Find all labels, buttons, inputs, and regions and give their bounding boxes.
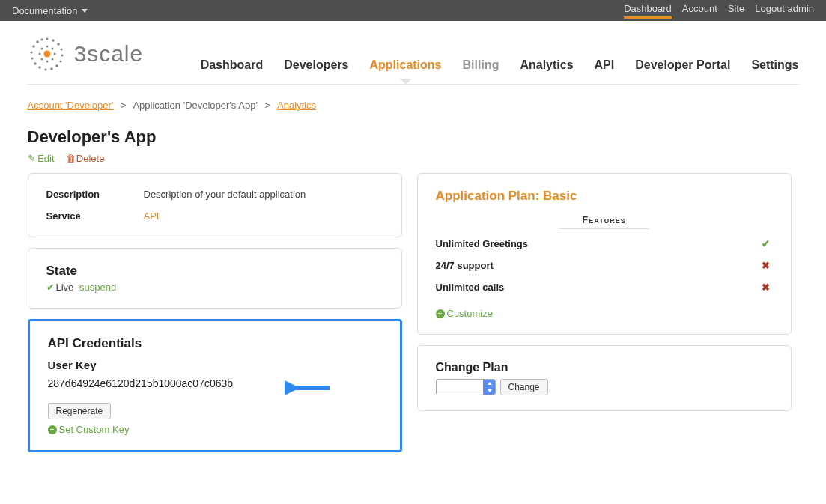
plan-title: Application Plan: Basic <box>436 189 773 204</box>
topbar-link-logout[interactable]: Logout admin <box>755 3 814 19</box>
logo-icon <box>28 34 67 73</box>
crumb-analytics[interactable]: Analytics <box>277 100 316 111</box>
feature-label: 24/7 support <box>436 260 494 271</box>
cross-icon: ✖ <box>762 282 770 293</box>
svg-point-22 <box>38 53 40 55</box>
credentials-panel: API Credentials User Key 287d64924e6120d… <box>28 319 402 452</box>
page-actions: ✎ Edit 🗑 Delete <box>28 153 799 164</box>
logo-text: 3scale <box>74 41 144 67</box>
nav-settings[interactable]: Settings <box>751 58 798 84</box>
suspend-link[interactable]: suspend <box>79 282 116 293</box>
svg-point-13 <box>32 45 35 48</box>
svg-point-7 <box>50 67 53 70</box>
customize-link[interactable]: + Customize <box>436 308 493 319</box>
regenerate-button[interactable]: Regenerate <box>48 403 112 419</box>
plus-circle-icon: + <box>48 425 57 434</box>
breadcrumb: Account 'Developer' > Application 'Devel… <box>28 100 799 111</box>
svg-point-3 <box>60 48 62 50</box>
nav-devportal[interactable]: Developer Portal <box>635 58 730 84</box>
feature-label: Unlimited Greetings <box>436 238 529 249</box>
svg-point-17 <box>51 48 53 50</box>
state-panel: State ✔Live suspend <box>28 248 402 309</box>
userkey-heading: User Key <box>48 359 382 371</box>
svg-point-9 <box>38 66 41 69</box>
nav-developers[interactable]: Developers <box>284 58 348 84</box>
desc-value: Description of your default application <box>144 189 306 200</box>
set-custom-key-link[interactable]: + Set Custom Key <box>48 424 130 435</box>
service-label: Service <box>46 210 144 222</box>
nav-dashboard[interactable]: Dashboard <box>201 58 264 84</box>
svg-point-12 <box>30 51 32 53</box>
svg-point-4 <box>61 54 63 56</box>
feature-row: Unlimited calls ✖ <box>436 282 773 293</box>
annotation-arrow-icon <box>285 377 337 399</box>
nav-billing[interactable]: Billing <box>463 58 499 84</box>
feature-row: Unlimited Greetings ✔ <box>436 238 773 249</box>
topbar-right: Dashboard Account Site Logout admin <box>624 3 814 19</box>
plan-select[interactable] <box>436 379 496 395</box>
state-status: Live <box>56 282 74 293</box>
svg-point-5 <box>59 60 61 62</box>
topbar-link-account[interactable]: Account <box>682 3 717 19</box>
brand-logo[interactable]: 3scale <box>28 34 144 84</box>
page-title: Developer's App <box>28 127 799 147</box>
crumb-account[interactable]: Account 'Developer' <box>28 100 114 111</box>
caret-down-icon <box>82 9 88 13</box>
svg-point-16 <box>46 46 48 48</box>
svg-point-8 <box>44 68 46 70</box>
svg-point-2 <box>57 43 60 46</box>
svg-point-6 <box>55 64 58 67</box>
change-plan-heading: Change Plan <box>436 361 773 374</box>
edit-link[interactable]: ✎ Edit <box>28 153 55 164</box>
crumb-app: Application 'Developer's App' <box>133 100 257 111</box>
check-icon: ✔ <box>46 282 55 293</box>
pencil-icon: ✎ <box>28 153 35 164</box>
nav-api[interactable]: API <box>595 58 615 84</box>
info-panel: Description Description of your default … <box>28 173 402 237</box>
trash-icon: 🗑 <box>66 153 73 164</box>
svg-point-15 <box>40 38 43 40</box>
svg-point-14 <box>36 40 39 43</box>
features-heading: Features <box>559 214 649 229</box>
svg-point-21 <box>40 58 43 61</box>
svg-point-1 <box>52 39 55 42</box>
nav-analytics[interactable]: Analytics <box>520 58 573 84</box>
check-icon: ✔ <box>762 238 770 249</box>
svg-point-10 <box>34 62 37 65</box>
svg-point-18 <box>53 53 55 55</box>
docs-label: Documentation <box>12 5 77 16</box>
topbar-link-site[interactable]: Site <box>728 3 744 19</box>
topbar-link-dashboard[interactable]: Dashboard <box>624 3 672 19</box>
change-plan-panel: Change Plan Change <box>417 345 792 411</box>
feature-row: 24/7 support ✖ <box>436 260 773 271</box>
service-value: API <box>144 210 160 222</box>
cross-icon: ✖ <box>762 260 770 271</box>
svg-point-23 <box>40 48 43 50</box>
docs-dropdown[interactable]: Documentation <box>12 5 624 16</box>
feature-label: Unlimited calls <box>436 282 505 293</box>
svg-point-20 <box>46 61 48 63</box>
plan-panel: Application Plan: Basic Features Unlimit… <box>417 173 792 335</box>
state-heading: State <box>46 264 383 279</box>
credentials-heading: API Credentials <box>48 336 382 351</box>
svg-point-19 <box>51 58 53 61</box>
main-nav: Dashboard Developers Applications Billin… <box>201 58 799 84</box>
nav-applications[interactable]: Applications <box>370 58 442 84</box>
change-button[interactable]: Change <box>500 379 548 395</box>
svg-point-11 <box>31 57 33 59</box>
svg-point-0 <box>46 37 48 40</box>
plus-circle-icon: + <box>436 309 445 318</box>
svg-point-24 <box>43 51 50 58</box>
desc-label: Description <box>46 189 144 200</box>
delete-link[interactable]: 🗑 Delete <box>66 153 104 164</box>
